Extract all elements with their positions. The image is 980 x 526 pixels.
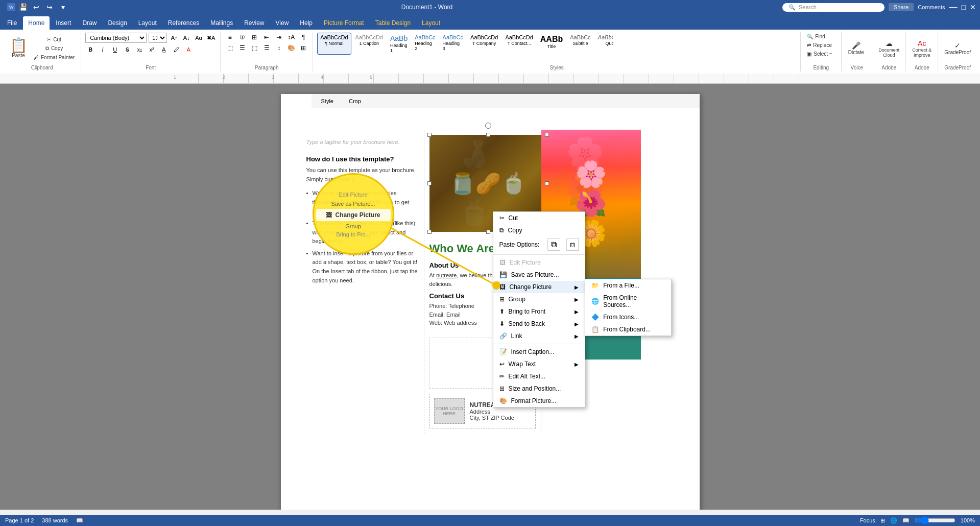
change-case-btn[interactable]: Aα	[194, 33, 204, 43]
increase-font-btn[interactable]: A↑	[169, 33, 179, 43]
undo-btn[interactable]: ↩	[31, 2, 42, 13]
style-button[interactable]: Style	[317, 96, 338, 106]
menu-insert-caption[interactable]: 📝 Insert Caption...	[493, 346, 585, 358]
paste-button[interactable]: 📋 Paste	[7, 37, 30, 59]
menu-from-icons[interactable]: 🔷 From Icons...	[585, 311, 671, 323]
style-company[interactable]: AaBbCcDd T Company	[467, 33, 501, 55]
tab-help[interactable]: Help	[295, 16, 318, 30]
bold-button[interactable]: B	[85, 44, 95, 55]
menu-format-picture[interactable]: 🎨 Format Picture...	[493, 395, 585, 407]
paste-option-1[interactable]: ⧉	[547, 238, 560, 251]
style-normal[interactable]: AaBbCcDd ¶ Normal	[317, 33, 351, 55]
menu-edit-picture[interactable]: 🖼 Edit Picture	[493, 256, 585, 269]
align-left-btn[interactable]: ⬚	[225, 43, 235, 53]
show-formatting-btn[interactable]: ¶	[298, 33, 308, 42]
decrease-indent-btn[interactable]: ⇤	[261, 33, 272, 42]
copy-button[interactable]: ⧉ Copy	[32, 44, 77, 53]
subscript-btn[interactable]: x₂	[134, 44, 145, 55]
style-quote[interactable]: AaBbCcDd Quote	[595, 33, 614, 55]
style-heading2[interactable]: AaBbCc Heading 2	[412, 33, 438, 55]
tab-insert[interactable]: Insert	[51, 16, 76, 30]
clear-format-btn[interactable]: ✖A	[206, 33, 216, 43]
style-contact[interactable]: AaBbCcDd T Contact...	[502, 33, 536, 55]
comments-button[interactable]: Comments	[918, 4, 945, 10]
menu-copy[interactable]: ⧉ Copy	[493, 224, 585, 236]
view-mode-read[interactable]: 📖	[902, 517, 910, 524]
gradeproof-button[interactable]: ✓ GradeProof	[942, 40, 973, 56]
format-painter-button[interactable]: 🖌 Format Painter	[32, 54, 77, 61]
tab-table-design[interactable]: Table Design	[370, 16, 416, 30]
share-button[interactable]: Share	[889, 3, 914, 11]
bullets-btn[interactable]: ≡	[225, 33, 235, 42]
minimize-button[interactable]: —	[949, 3, 958, 12]
highlight-btn[interactable]: 🖊	[171, 44, 181, 55]
dictate-button[interactable]: 🎤 Dictate	[846, 40, 866, 56]
style-heading1[interactable]: AaBb Heading 1	[387, 33, 411, 55]
menu-group[interactable]: ⊞ Group ▶	[493, 293, 585, 305]
align-right-btn[interactable]: ⬚	[249, 43, 259, 53]
italic-button[interactable]: I	[98, 44, 108, 55]
tab-home[interactable]: Home	[23, 16, 50, 30]
rotate-handle[interactable]	[485, 123, 491, 129]
menu-change-picture[interactable]: 🖼 Change Picture ▶ 📁 From a File... 🌐 Fr…	[493, 281, 585, 293]
menu-wrap-text[interactable]: ↩ Wrap Text ▶	[493, 358, 585, 370]
font-name-select[interactable]: Cambria (Body)	[85, 33, 147, 43]
font-size-select[interactable]: 11	[149, 33, 167, 43]
menu-edit-alt-text[interactable]: ✏ Edit Alt Text...	[493, 370, 585, 382]
tab-review[interactable]: Review	[239, 16, 269, 30]
shading-btn[interactable]: 🎨	[286, 43, 296, 53]
correct-improve-button[interactable]: Ac Correct &Improve	[910, 38, 934, 59]
style-subtitle[interactable]: AaBbCc Subtitle	[567, 33, 593, 55]
tab-view[interactable]: View	[271, 16, 294, 30]
sort-btn[interactable]: ↕A	[286, 33, 296, 42]
crop-button[interactable]: Crop	[344, 96, 366, 106]
redo-btn[interactable]: ↪	[44, 2, 55, 13]
borders-btn[interactable]: ⊞	[298, 43, 308, 53]
search-box[interactable]: 🔍 Search	[782, 3, 885, 12]
menu-from-file[interactable]: 📁 From a File...	[585, 279, 671, 292]
zoom-slider[interactable]	[915, 516, 955, 524]
paste-option-2[interactable]: ⧈	[566, 238, 579, 251]
handle-ml[interactable]	[427, 181, 432, 185]
view-mode-web[interactable]: 🌐	[890, 517, 897, 524]
handle-tm[interactable]	[486, 133, 490, 137]
superscript-btn[interactable]: x²	[147, 44, 157, 55]
increase-indent-btn[interactable]: ⇥	[274, 33, 284, 42]
tab-design[interactable]: Design	[103, 16, 132, 30]
menu-save-as-picture[interactable]: 💾 Save as Picture...	[493, 269, 585, 281]
handle-tl[interactable]	[427, 133, 432, 137]
menu-from-online[interactable]: 🌐 From Online Sources...	[585, 292, 671, 311]
tab-picture-format[interactable]: Picture Format	[319, 16, 369, 30]
menu-link[interactable]: 🔗 Link ▶	[493, 330, 585, 342]
menu-from-clipboard[interactable]: 📋 From Clipboard...	[585, 323, 671, 336]
multilevel-btn[interactable]: ⊞	[249, 33, 259, 42]
align-center-btn[interactable]: ☰	[237, 43, 247, 53]
select-button[interactable]: ▣ Select ~	[805, 50, 834, 58]
tab-draw[interactable]: Draw	[77, 16, 102, 30]
tab-layout[interactable]: Layout	[133, 16, 162, 30]
font-color-btn[interactable]: A	[183, 44, 194, 55]
handle-tr[interactable]	[545, 133, 549, 137]
text-effects-btn[interactable]: A̲	[159, 44, 169, 55]
handle-mr[interactable]	[545, 181, 549, 185]
maximize-button[interactable]: □	[962, 3, 966, 11]
line-spacing-btn[interactable]: ↕	[274, 43, 284, 53]
tab-file[interactable]: File	[2, 16, 22, 30]
cut-button[interactable]: ✂ Cut	[32, 36, 77, 43]
doc-cloud-button[interactable]: ☁ DocumentCloud	[876, 38, 901, 59]
tab-references[interactable]: References	[163, 16, 204, 30]
find-button[interactable]: 🔍 Find	[805, 33, 827, 40]
menu-cut[interactable]: ✂ Cut	[493, 212, 585, 224]
autosave-toggle[interactable]: 💾	[17, 2, 29, 13]
style-heading3[interactable]: AaBbCc Heading 3	[440, 33, 466, 55]
tab-layout2[interactable]: Layout	[417, 16, 445, 30]
numbering-btn[interactable]: ①	[237, 33, 247, 42]
menu-size-position[interactable]: ⊞ Size and Position...	[493, 382, 585, 395]
style-title[interactable]: AABb Title	[537, 33, 566, 55]
focus-label[interactable]: Focus	[860, 517, 875, 523]
underline-button[interactable]: U	[110, 44, 120, 55]
justify-btn[interactable]: ☰	[261, 43, 272, 53]
menu-send-to-back[interactable]: ⬇ Send to Back ▶	[493, 318, 585, 330]
menu-bring-to-front[interactable]: ⬆ Bring to Front ▶	[493, 305, 585, 318]
tab-mailings[interactable]: Mailings	[205, 16, 238, 30]
